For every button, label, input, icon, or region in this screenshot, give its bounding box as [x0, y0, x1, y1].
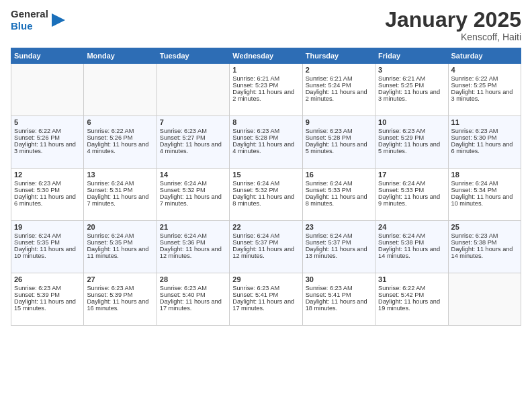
sunset-text: Sunset: 5:31 PM	[87, 187, 132, 193]
weekday-header: Saturday	[448, 48, 521, 64]
daylight-text: Daylight: 11 hours and 12 minutes.	[232, 246, 294, 259]
day-number: 5	[14, 118, 81, 126]
day-number: 25	[451, 223, 518, 231]
day-number: 4	[451, 66, 518, 74]
day-number: 30	[306, 275, 372, 283]
calendar-cell: 25Sunrise: 6:23 AMSunset: 5:38 PMDayligh…	[448, 221, 521, 273]
calendar-cell: 29Sunrise: 6:23 AMSunset: 5:41 PMDayligh…	[230, 273, 302, 326]
day-number: 11	[451, 118, 518, 126]
day-number: 6	[87, 118, 153, 126]
daylight-text: Daylight: 11 hours and 19 minutes.	[378, 298, 440, 312]
daylight-text: Daylight: 11 hours and 2 minutes.	[232, 89, 294, 102]
calendar-cell: 8Sunrise: 6:23 AMSunset: 5:28 PMDaylight…	[230, 116, 302, 169]
calendar-cell	[84, 64, 157, 116]
sunrise-text: Sunrise: 6:22 AM	[378, 285, 425, 291]
daylight-text: Daylight: 11 hours and 3 minutes.	[14, 141, 76, 154]
calendar-cell: 11Sunrise: 6:23 AMSunset: 5:30 PMDayligh…	[448, 116, 521, 169]
daylight-text: Daylight: 11 hours and 10 minutes.	[451, 193, 513, 207]
daylight-text: Daylight: 11 hours and 18 minutes.	[306, 298, 367, 312]
day-number: 21	[160, 223, 226, 231]
day-number: 14	[160, 171, 226, 179]
daylight-text: Daylight: 11 hours and 5 minutes.	[378, 141, 440, 154]
calendar-cell: 2Sunrise: 6:21 AMSunset: 5:24 PMDaylight…	[302, 64, 375, 116]
sunset-text: Sunset: 5:24 PM	[306, 82, 351, 89]
calendar-cell: 14Sunrise: 6:24 AMSunset: 5:32 PMDayligh…	[157, 169, 229, 221]
sunrise-text: Sunrise: 6:21 AM	[232, 75, 279, 82]
sunset-text: Sunset: 5:38 PM	[451, 239, 497, 246]
sunset-text: Sunset: 5:38 PM	[378, 239, 424, 246]
day-number: 16	[306, 171, 372, 179]
daylight-text: Daylight: 11 hours and 8 minutes.	[232, 193, 294, 207]
day-number: 7	[160, 118, 226, 126]
daylight-text: Daylight: 11 hours and 13 minutes.	[306, 246, 367, 259]
calendar-cell: 13Sunrise: 6:24 AMSunset: 5:31 PMDayligh…	[84, 169, 157, 221]
daylight-text: Daylight: 11 hours and 5 minutes.	[306, 141, 367, 154]
sunset-text: Sunset: 5:36 PM	[160, 239, 206, 246]
daylight-text: Daylight: 11 hours and 12 minutes.	[160, 246, 222, 259]
daylight-text: Daylight: 11 hours and 7 minutes.	[160, 193, 222, 207]
sunset-text: Sunset: 5:26 PM	[87, 134, 132, 141]
calendar-cell	[11, 64, 84, 116]
sunrise-text: Sunrise: 6:24 AM	[14, 232, 61, 239]
sunrise-text: Sunrise: 6:24 AM	[378, 180, 425, 187]
daylight-text: Daylight: 11 hours and 11 minutes.	[87, 246, 148, 259]
sunrise-text: Sunrise: 6:23 AM	[160, 285, 207, 291]
calendar-cell: 3Sunrise: 6:21 AMSunset: 5:25 PMDaylight…	[375, 64, 448, 116]
calendar-cell: 31Sunrise: 6:22 AMSunset: 5:42 PMDayligh…	[375, 273, 448, 326]
daylight-text: Daylight: 11 hours and 6 minutes.	[451, 141, 513, 154]
calendar-cell: 7Sunrise: 6:23 AMSunset: 5:27 PMDaylight…	[157, 116, 229, 169]
sunset-text: Sunset: 5:23 PM	[232, 82, 278, 89]
calendar-cell: 24Sunrise: 6:24 AMSunset: 5:38 PMDayligh…	[375, 221, 448, 273]
day-number: 22	[232, 223, 299, 231]
daylight-text: Daylight: 11 hours and 17 minutes.	[232, 298, 294, 312]
page-header: General Blue January 2025 Kenscoff, Hait…	[11, 8, 521, 42]
calendar-cell: 26Sunrise: 6:23 AMSunset: 5:39 PMDayligh…	[11, 273, 84, 326]
daylight-text: Daylight: 11 hours and 6 minutes.	[14, 193, 76, 207]
sunset-text: Sunset: 5:40 PM	[160, 291, 206, 298]
daylight-text: Daylight: 11 hours and 4 minutes.	[160, 141, 222, 154]
calendar-cell: 17Sunrise: 6:24 AMSunset: 5:33 PMDayligh…	[375, 169, 448, 221]
calendar-cell: 12Sunrise: 6:23 AMSunset: 5:30 PMDayligh…	[11, 169, 84, 221]
daylight-text: Daylight: 11 hours and 15 minutes.	[14, 298, 76, 312]
day-number: 29	[232, 275, 299, 283]
calendar-cell: 22Sunrise: 6:24 AMSunset: 5:37 PMDayligh…	[230, 221, 302, 273]
sunrise-text: Sunrise: 6:21 AM	[306, 75, 353, 82]
day-number: 31	[378, 275, 445, 283]
day-number: 23	[306, 223, 372, 231]
day-number: 12	[14, 171, 81, 179]
sunset-text: Sunset: 5:35 PM	[87, 239, 132, 246]
calendar-cell: 27Sunrise: 6:23 AMSunset: 5:39 PMDayligh…	[84, 273, 157, 326]
sunrise-text: Sunrise: 6:23 AM	[306, 285, 353, 291]
sunrise-text: Sunrise: 6:24 AM	[160, 180, 207, 187]
day-number: 24	[378, 223, 445, 231]
calendar-cell: 19Sunrise: 6:24 AMSunset: 5:35 PMDayligh…	[11, 221, 84, 273]
sunrise-text: Sunrise: 6:22 AM	[14, 128, 61, 134]
day-number: 9	[306, 118, 372, 126]
sunrise-text: Sunrise: 6:23 AM	[378, 128, 425, 134]
calendar-cell: 23Sunrise: 6:24 AMSunset: 5:37 PMDayligh…	[302, 221, 375, 273]
day-number: 8	[232, 118, 299, 126]
sunrise-text: Sunrise: 6:24 AM	[378, 232, 425, 239]
daylight-text: Daylight: 11 hours and 3 minutes.	[378, 89, 440, 102]
day-number: 19	[14, 223, 81, 231]
day-number: 17	[378, 171, 445, 179]
calendar-cell: 1Sunrise: 6:21 AMSunset: 5:23 PMDaylight…	[230, 64, 302, 116]
sunset-text: Sunset: 5:39 PM	[14, 291, 60, 298]
sunset-text: Sunset: 5:32 PM	[160, 187, 206, 193]
weekday-header: Friday	[375, 48, 448, 64]
day-number: 1	[232, 66, 299, 74]
sunrise-text: Sunrise: 6:24 AM	[232, 180, 279, 187]
title-block: January 2025 Kenscoff, Haiti	[385, 8, 521, 42]
sunrise-text: Sunrise: 6:23 AM	[451, 128, 498, 134]
day-number: 2	[306, 66, 372, 74]
daylight-text: Daylight: 11 hours and 2 minutes.	[306, 89, 367, 102]
sunset-text: Sunset: 5:39 PM	[87, 291, 132, 298]
sunset-text: Sunset: 5:33 PM	[306, 187, 351, 193]
sunrise-text: Sunrise: 6:24 AM	[451, 180, 498, 187]
sunrise-text: Sunrise: 6:23 AM	[451, 232, 498, 239]
sunrise-text: Sunrise: 6:21 AM	[378, 75, 425, 82]
day-number: 26	[14, 275, 81, 283]
location: Kenscoff, Haiti	[385, 32, 521, 42]
month-title: January 2025	[385, 8, 521, 32]
daylight-text: Daylight: 11 hours and 17 minutes.	[160, 298, 222, 312]
